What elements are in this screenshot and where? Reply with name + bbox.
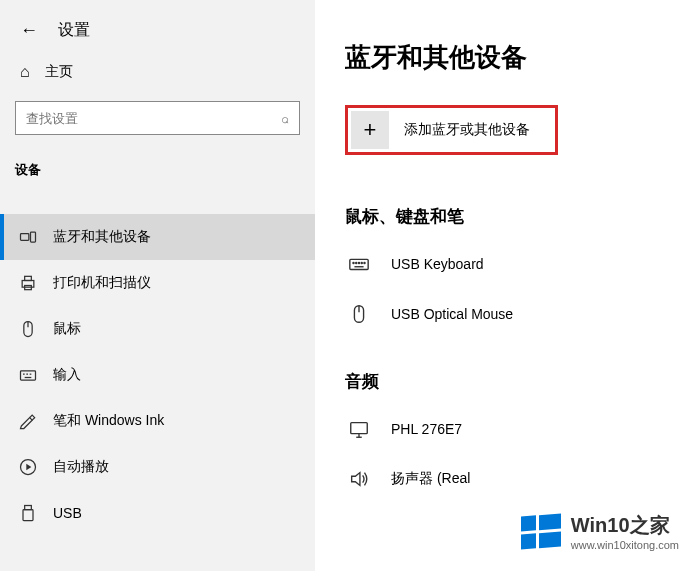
group-mouse-keyboard-title: 鼠标、键盘和笔 [345, 205, 689, 228]
svg-rect-7 [21, 371, 36, 380]
nav-label: 自动播放 [53, 458, 109, 476]
watermark-url: www.win10xitong.com [571, 539, 679, 551]
settings-title: 设置 [58, 20, 90, 41]
svg-rect-1 [31, 232, 36, 242]
device-row-monitor[interactable]: PHL 276E7 [345, 408, 689, 450]
svg-rect-15 [23, 510, 33, 521]
group-audio-title: 音频 [345, 370, 689, 393]
device-row-mouse[interactable]: USB Optical Mouse [345, 293, 689, 335]
sidebar-item-typing[interactable]: 输入 [0, 352, 315, 398]
svg-point-19 [358, 263, 359, 264]
header: ← 设置 [0, 10, 315, 51]
page-title: 蓝牙和其他设备 [345, 40, 689, 75]
section-label: 设备 [0, 143, 315, 189]
autoplay-icon [18, 456, 38, 478]
mouse-icon [18, 318, 38, 340]
keyboard-icon [18, 364, 38, 386]
svg-rect-3 [25, 276, 32, 280]
add-device-label: 添加蓝牙或其他设备 [404, 121, 530, 139]
nav-label: 鼠标 [53, 320, 81, 338]
device-label: USB Keyboard [391, 256, 484, 272]
device-row-speaker[interactable]: 扬声器 (Real [345, 458, 689, 500]
device-row-keyboard[interactable]: USB Keyboard [345, 243, 689, 285]
sidebar-item-printers[interactable]: 打印机和扫描仪 [0, 260, 315, 306]
svg-point-17 [353, 263, 354, 264]
bluetooth-icon [18, 226, 38, 248]
usb-icon [18, 502, 38, 524]
sidebar-item-mouse[interactable]: 鼠标 [0, 306, 315, 352]
nav-label: 笔和 Windows Ink [53, 412, 164, 430]
plus-icon: + [351, 111, 389, 149]
svg-point-18 [356, 263, 357, 264]
svg-rect-2 [22, 281, 34, 288]
keyboard-device-icon [345, 253, 373, 275]
nav-label: USB [53, 505, 82, 521]
watermark: Win10之家 www.win10xitong.com [521, 512, 679, 551]
device-label: PHL 276E7 [391, 421, 462, 437]
monitor-icon [345, 418, 373, 440]
search-input[interactable] [26, 111, 281, 126]
sidebar-item-bluetooth[interactable]: 蓝牙和其他设备 [0, 214, 315, 260]
sidebar-item-autoplay[interactable]: 自动播放 [0, 444, 315, 490]
sidebar: ← 设置 ⌂ 主页 ⌕ 设备 蓝牙和其他设备 打印机和扫描仪 [0, 0, 315, 571]
printer-icon [18, 272, 38, 294]
mouse-device-icon [345, 303, 373, 325]
svg-rect-16 [350, 259, 368, 269]
watermark-text: Win10之家 www.win10xitong.com [571, 512, 679, 551]
add-device-button[interactable]: + 添加蓝牙或其他设备 [345, 105, 558, 155]
search-box[interactable]: ⌕ [15, 101, 300, 135]
svg-rect-25 [351, 423, 368, 434]
nav-label: 输入 [53, 366, 81, 384]
windows-logo-icon [521, 514, 561, 550]
home-icon: ⌂ [20, 63, 30, 81]
device-label: USB Optical Mouse [391, 306, 513, 322]
svg-marker-13 [26, 464, 31, 471]
nav-label: 打印机和扫描仪 [53, 274, 151, 292]
device-label: 扬声器 (Real [391, 470, 470, 488]
svg-point-21 [364, 263, 365, 264]
svg-marker-28 [352, 473, 360, 486]
main-content: 蓝牙和其他设备 + 添加蓝牙或其他设备 鼠标、键盘和笔 USB Keyboard… [315, 0, 699, 571]
sidebar-item-usb[interactable]: USB [0, 490, 315, 536]
watermark-title: Win10之家 [571, 512, 679, 539]
svg-rect-0 [21, 234, 29, 241]
nav-list: 蓝牙和其他设备 打印机和扫描仪 鼠标 输入 [0, 214, 315, 536]
nav-label: 蓝牙和其他设备 [53, 228, 151, 246]
home-nav[interactable]: ⌂ 主页 [0, 51, 315, 93]
home-label: 主页 [45, 63, 73, 81]
sidebar-item-pen[interactable]: 笔和 Windows Ink [0, 398, 315, 444]
svg-point-20 [361, 263, 362, 264]
pen-icon [18, 410, 38, 432]
back-arrow-icon[interactable]: ← [20, 20, 38, 41]
svg-rect-14 [25, 506, 32, 510]
speaker-icon [345, 468, 373, 490]
search-icon: ⌕ [281, 111, 289, 126]
